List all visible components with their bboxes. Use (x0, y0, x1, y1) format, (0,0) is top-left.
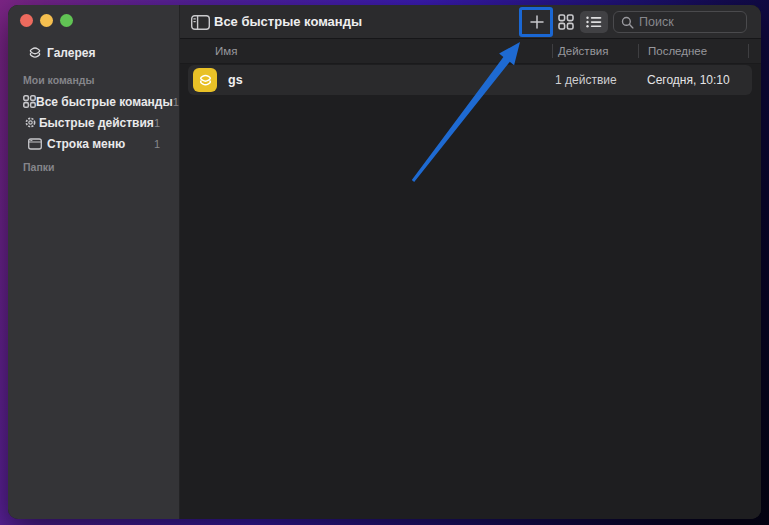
table-row[interactable]: gs 1 действие Сегодня, 10:10 (188, 65, 752, 95)
search-input[interactable] (639, 15, 739, 29)
sidebar-toggle-icon (191, 15, 210, 30)
sidebar-section-folders: Папки (23, 161, 54, 173)
grid-view-icon (558, 14, 574, 30)
grid-view-button[interactable] (554, 11, 578, 33)
sidebar-item-all-shortcuts[interactable]: Все быстрые команды 1 (8, 91, 180, 112)
toolbar: Все быстрые команды (180, 5, 761, 39)
zoom-window-button[interactable] (60, 14, 73, 27)
shortcut-last-modified: Сегодня, 10:10 (647, 65, 730, 95)
list-view-button[interactable] (580, 11, 608, 33)
sidebar-item-label: Галерея (47, 46, 180, 60)
add-shortcut-button[interactable] (523, 9, 551, 35)
sidebar-item-label: Все быстрые команды (36, 95, 173, 109)
search-field[interactable] (613, 11, 747, 33)
minimize-window-button[interactable] (40, 14, 53, 27)
plus-icon (530, 15, 544, 29)
close-window-button[interactable] (20, 14, 33, 27)
shortcuts-window: Галерея Мои команды Все быстрые команды … (8, 5, 761, 519)
grid-icon (23, 95, 36, 108)
sidebar-item-label: Быстрые действия (39, 116, 154, 130)
sidebar-item-count: 1 (154, 117, 160, 129)
sidebar-item-gallery[interactable]: Галерея (8, 43, 180, 63)
column-divider[interactable] (638, 44, 639, 58)
shortcut-actions-count: 1 действие (555, 65, 617, 95)
column-header-last[interactable]: Последнее (648, 39, 707, 63)
list-view-icon (586, 16, 602, 28)
window-controls (20, 14, 73, 27)
sidebar-item-menu-bar[interactable]: Строка меню 1 (8, 133, 180, 154)
gallery-layers-icon (23, 45, 47, 61)
column-divider[interactable] (748, 44, 749, 58)
table-header: Имя Действия Последнее (180, 39, 761, 64)
shortcut-list: gs 1 действие Сегодня, 10:10 (180, 64, 761, 519)
shortcut-name: gs (228, 65, 243, 95)
sidebar-toggle-button[interactable] (189, 13, 211, 31)
sidebar: Галерея Мои команды Все быстрые команды … (8, 5, 180, 519)
column-header-actions[interactable]: Действия (558, 39, 608, 63)
sidebar-item-count: 1 (173, 96, 179, 108)
sidebar-item-quick-actions[interactable]: Быстрые действия 1 (8, 112, 180, 133)
sidebar-section-my-shortcuts: Мои команды (23, 74, 94, 86)
gear-icon (23, 116, 39, 129)
search-icon (621, 16, 634, 29)
sidebar-item-count: 1 (154, 138, 160, 150)
column-divider[interactable] (552, 44, 553, 58)
sidebar-item-label: Строка меню (47, 137, 154, 151)
menubar-icon (23, 138, 47, 150)
column-header-name[interactable]: Имя (215, 39, 237, 63)
page-title: Все быстрые команды (214, 5, 362, 38)
shortcut-yellow-icon (193, 68, 217, 92)
main-area: Все быстрые команды (180, 5, 761, 519)
